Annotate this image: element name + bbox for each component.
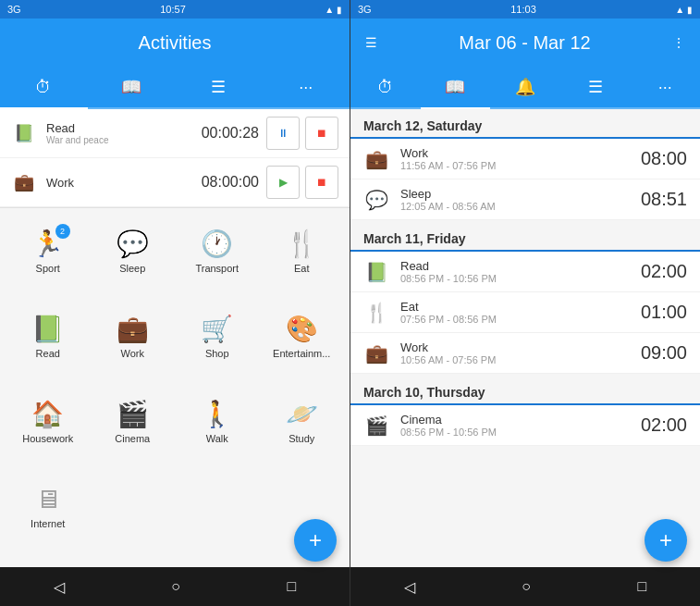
timer-read-icon: 📗 (11, 120, 37, 146)
read-icon: 📗 (31, 314, 64, 344)
week-content: March 12, Saturday 💼 Work 11:56 AM - 07:… (350, 109, 700, 567)
play-work-button[interactable]: ▶ (266, 166, 300, 199)
log-sleep-march12-duration: 08:51 (641, 189, 687, 210)
log-eat-march11-duration: 01:00 (641, 302, 687, 323)
status-right-icons: ▲ ▮ (675, 5, 693, 15)
tab-log-left[interactable]: 📖 (88, 67, 176, 107)
eat-label: Eat (294, 263, 310, 274)
hamburger-icon[interactable]: ☰ (365, 35, 377, 50)
shop-icon: 🛒 (201, 314, 233, 344)
timer-read-sub: War and peace (46, 135, 202, 145)
log-cinema-march10[interactable]: 🎬 Cinema 08:56 PM - 10:56 PM 02:00 (350, 405, 700, 446)
sleep-label: Sleep (119, 263, 145, 274)
tab-more-right[interactable]: ··· (630, 67, 700, 107)
activity-internet[interactable]: 🖥 Internet (7, 475, 89, 556)
day-march11: March 11, Friday 📗 Read 08:56 PM - 10:56… (350, 222, 700, 374)
log-work-march11-duration: 09:00 (641, 342, 687, 364)
activity-sleep[interactable]: 💬 Sleep (92, 219, 174, 301)
left-fab-button[interactable]: + (294, 519, 337, 562)
log-cinema-march10-info: Cinema 08:56 PM - 10:56 PM (400, 413, 641, 438)
timer-read: 📗 Read War and peace 00:00:28 ⏸ ⏹ (0, 109, 350, 158)
day-march11-header: March 11, Friday (350, 222, 700, 252)
work-label: Work (121, 348, 144, 359)
log-read-march11[interactable]: 📗 Read 08:56 PM - 10:56 PM 02:00 (350, 252, 700, 292)
log-sleep-march12-name: Sleep (400, 187, 641, 201)
timer-work-icon: 💼 (11, 169, 37, 195)
tab-list-left[interactable]: ☰ (175, 67, 263, 107)
activity-walk[interactable]: 🚶 Walk (177, 390, 258, 471)
back-button-left[interactable]: ◁ (54, 578, 65, 596)
status-right-time: 11:03 (510, 4, 536, 15)
day-march10-header: March 10, Thursday (350, 376, 700, 405)
activity-sport[interactable]: 🏃 2 Sport (7, 219, 89, 301)
pause-read-button[interactable]: ⏸ (266, 117, 300, 150)
tab-list-right[interactable]: ☰ (560, 67, 631, 107)
status-left-time: 10:57 (160, 4, 186, 15)
tab-log-right[interactable]: 📖 (421, 67, 491, 107)
timer-read-time: 00:00:28 (202, 125, 259, 142)
log-eat-march11[interactable]: 🍴 Eat 07:56 PM - 08:56 PM 01:00 (350, 292, 700, 333)
header-menu-icon[interactable]: ⋮ (672, 35, 685, 50)
activity-work[interactable]: 💼 Work (92, 304, 174, 386)
work-icon: 💼 (117, 314, 149, 344)
right-panel: 3G 11:03 ▲ ▮ ☰ Mar 06 - Mar 12 ⋮ ⏱ 📖 🔔 ☰… (350, 0, 700, 606)
log-work-march11[interactable]: 💼 Work 10:56 AM - 07:56 PM 09:00 (350, 333, 700, 374)
activity-cinema[interactable]: 🎬 Cinema (92, 390, 174, 471)
log-work-march12[interactable]: 💼 Work 11:56 AM - 07:56 PM 08:00 (350, 139, 700, 179)
cinema-icon: 🎬 (117, 399, 149, 429)
recents-button-right[interactable]: □ (638, 578, 647, 595)
day-march10: March 10, Thursday 🎬 Cinema 08:56 PM - 1… (350, 376, 700, 446)
recents-button-left[interactable]: □ (288, 578, 297, 595)
left-tab-bar: ⏱ 📖 ☰ ··· (0, 67, 350, 109)
day-march12-header: March 12, Saturday (350, 109, 700, 139)
read-label: Read (36, 348, 60, 359)
log-sleep-march12[interactable]: 💬 Sleep 12:05 AM - 08:56 AM 08:51 (350, 179, 700, 220)
status-right-signal: 3G (358, 4, 372, 15)
log-work-march12-time: 11:56 AM - 07:56 PM (400, 160, 641, 171)
log-read-march11-info: Read 08:56 PM - 10:56 PM (400, 259, 641, 284)
log-eat-march11-time: 07:56 PM - 08:56 PM (400, 314, 641, 325)
log-cinema-march10-name: Cinema (400, 413, 641, 427)
eat-icon: 🍴 (286, 229, 318, 259)
cinema-label: Cinema (115, 433, 150, 444)
home-button-left[interactable]: ○ (171, 578, 180, 595)
activity-shop[interactable]: 🛒 Shop (177, 304, 258, 386)
sport-label: Sport (36, 263, 60, 274)
right-nav-bar: ◁ ○ □ (350, 567, 700, 606)
timer-work-controls: ▶ ⏹ (266, 166, 338, 199)
tab-notify-right[interactable]: 🔔 (490, 67, 560, 107)
activity-housework[interactable]: 🏠 Housework (7, 390, 89, 471)
log-work-march12-duration: 08:00 (641, 148, 687, 169)
timer-read-controls: ⏸ ⏹ (266, 117, 338, 150)
stop-work-button[interactable]: ⏹ (305, 166, 338, 199)
log-work-march12-name: Work (400, 146, 641, 160)
log-cinema-march10-duration: 02:00 (641, 414, 687, 436)
right-fab-button[interactable]: + (645, 519, 687, 562)
tab-timer-right[interactable]: ⏱ (350, 67, 421, 107)
activity-entertainment[interactable]: 🎨 Entertainm... (262, 304, 343, 386)
activity-study[interactable]: 🪐 Study (262, 390, 343, 471)
activity-transport[interactable]: 🕐 Transport (177, 219, 258, 301)
log-work-march12-icon: 💼 (363, 148, 389, 170)
log-eat-march11-info: Eat 07:56 PM - 08:56 PM (400, 300, 641, 325)
sport-badge: 2 (55, 224, 70, 239)
right-title: Mar 06 - Mar 12 (459, 32, 590, 54)
housework-icon: 🏠 (31, 399, 64, 429)
timer-work-time: 08:00:00 (202, 174, 259, 191)
housework-label: Housework (22, 433, 73, 444)
tab-more-left[interactable]: ··· (263, 67, 350, 107)
home-button-right[interactable]: ○ (522, 578, 531, 595)
activities-grid: 🏃 2 Sport 💬 Sleep 🕐 Transport 🍴 Eat 📗 Re… (0, 208, 350, 567)
stop-read-button[interactable]: ⏹ (305, 117, 338, 150)
left-nav-bar: ◁ ○ □ (0, 567, 350, 606)
study-icon: 🪐 (286, 399, 318, 429)
activity-eat[interactable]: 🍴 Eat (262, 219, 343, 301)
activity-read[interactable]: 📗 Read (7, 304, 89, 386)
log-sleep-march12-icon: 💬 (363, 189, 389, 211)
walk-label: Walk (206, 433, 228, 444)
status-left-signal: 3G (7, 4, 21, 15)
log-sleep-march12-info: Sleep 12:05 AM - 08:56 AM (400, 187, 641, 212)
back-button-right[interactable]: ◁ (404, 578, 415, 596)
log-work-march11-info: Work 10:56 AM - 07:56 PM (400, 340, 641, 365)
tab-timer-left[interactable]: ⏱ (0, 67, 88, 107)
